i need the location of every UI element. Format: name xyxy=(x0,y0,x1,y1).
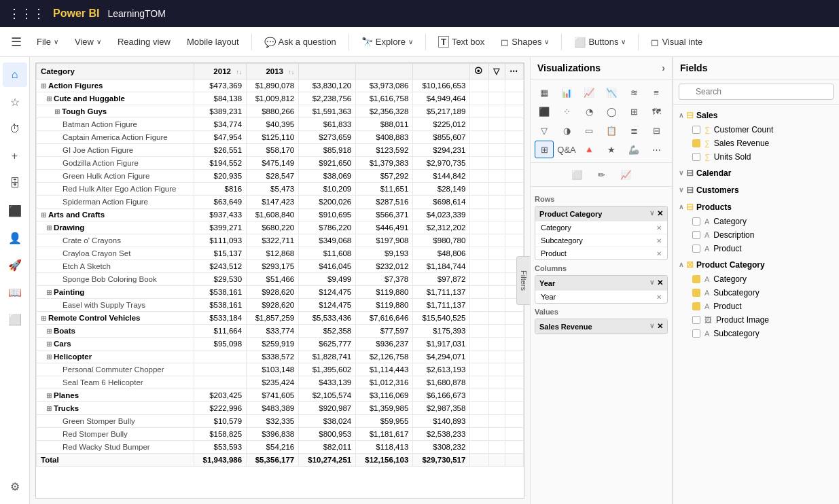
viz-analytics-icon[interactable]: 📈 xyxy=(615,166,637,183)
viz-donut[interactable]: ◯ xyxy=(602,103,621,120)
viz-matrix[interactable]: ⊟ xyxy=(647,122,666,139)
sidebar-book[interactable]: 📖 xyxy=(3,280,27,304)
field-sales-revenue[interactable]: ∑ Sales Revenue xyxy=(673,137,839,150)
field-product-category[interactable]: A Category xyxy=(673,215,839,228)
pc-subcategory2-checkbox[interactable] xyxy=(692,329,700,338)
viz-ribbon-chart[interactable]: ≡ xyxy=(647,84,666,101)
viz-column-chart[interactable]: 📉 xyxy=(602,84,621,101)
col-category[interactable]: Category xyxy=(37,64,194,79)
field-product-description[interactable]: A Description xyxy=(673,228,839,242)
sidebar-layers[interactable]: ⬜ xyxy=(3,307,27,331)
pc-subcategory-checkbox[interactable] xyxy=(692,289,700,297)
category-remove-icon[interactable]: ✕ xyxy=(656,224,662,232)
menu-ask-question[interactable]: 💬 Ask a question xyxy=(257,34,343,50)
field-pc-product-image[interactable]: 🖼 Product Image xyxy=(673,313,839,327)
customer-count-checkbox[interactable] xyxy=(692,126,700,134)
products-description-checkbox[interactable] xyxy=(692,231,700,239)
col-filter-icon[interactable]: ⦿ xyxy=(470,64,488,79)
sidebar-search[interactable]: ☆ xyxy=(3,90,27,114)
viz-map[interactable]: 🗺 xyxy=(647,103,666,120)
columns-chevron-icon[interactable]: ∨ xyxy=(649,278,654,287)
viz-funnel[interactable]: ▽ xyxy=(535,122,554,139)
viz-qna[interactable]: Q&A xyxy=(557,141,576,158)
values-close-icon[interactable]: ✕ xyxy=(657,322,663,331)
viz-custom3[interactable]: 🦾 xyxy=(624,141,643,158)
viz-bar-chart[interactable]: 📊 xyxy=(557,84,576,101)
sales-revenue-checkbox[interactable] xyxy=(692,139,700,147)
menu-file[interactable]: File ∨ xyxy=(30,34,65,50)
sidebar-data[interactable]: 🗄 xyxy=(3,171,27,196)
hamburger-menu[interactable]: ☰ xyxy=(5,32,27,52)
menu-shapes[interactable]: ◻ Shapes ∨ xyxy=(494,34,556,50)
pc-product-image-checkbox[interactable] xyxy=(692,316,700,324)
viz-gauge[interactable]: ◑ xyxy=(557,122,576,139)
year-remove-icon[interactable]: ✕ xyxy=(656,293,662,301)
field-pc-subcategory2[interactable]: A Subcategory xyxy=(673,327,839,340)
menu-visual-inte[interactable]: ◻ Visual inte xyxy=(644,34,709,50)
field-group-sales-header[interactable]: ∧ ⊟ Sales xyxy=(673,107,839,123)
viz-pencil-icon[interactable]: ✏ xyxy=(590,166,612,183)
pc-category-label: Category xyxy=(713,274,834,284)
viz-stacked-bar[interactable]: ▦ xyxy=(535,84,554,101)
menu-explore[interactable]: 🔭 Explore ∨ xyxy=(355,34,420,50)
rows-close-icon[interactable]: ✕ xyxy=(657,209,663,218)
values-chevron-icon[interactable]: ∨ xyxy=(649,322,654,331)
menu-textbox[interactable]: T Text box xyxy=(431,33,491,50)
viz-scatter[interactable]: ⁘ xyxy=(557,103,576,120)
viz-pie[interactable]: ◔ xyxy=(579,103,599,120)
menu-view[interactable]: View ∨ xyxy=(68,34,108,50)
columns-close-icon[interactable]: ✕ xyxy=(657,278,663,287)
viz-rows-icon[interactable]: ⬜ xyxy=(566,166,588,183)
sidebar-plus[interactable]: + xyxy=(3,144,27,168)
field-customer-count[interactable]: ∑ Customer Count xyxy=(673,123,839,137)
col-2015[interactable] xyxy=(356,64,413,79)
field-group-customers-header[interactable]: ∨ ⊟ Customers xyxy=(673,182,839,198)
products-name-checkbox[interactable] xyxy=(692,245,700,253)
col-sort-icon[interactable]: ▽ xyxy=(488,64,505,79)
col-2014[interactable] xyxy=(299,64,356,79)
menu-mobile-layout[interactable]: Mobile layout xyxy=(180,34,246,50)
filter-tab[interactable]: Filters xyxy=(516,256,530,305)
sidebar-home[interactable]: ⌂ xyxy=(3,62,27,87)
field-product-name[interactable]: A Product xyxy=(673,242,839,255)
viz-waterfall[interactable]: ⬛ xyxy=(535,103,554,120)
col-2012[interactable]: 2012 ↑↓ xyxy=(194,64,247,79)
units-sold-checkbox[interactable] xyxy=(692,153,700,161)
field-pc-subcategory[interactable]: A Subcategory xyxy=(673,286,839,300)
viz-kpi[interactable]: 📋 xyxy=(602,122,621,139)
viz-more[interactable]: ⋯ xyxy=(647,141,666,158)
field-pc-category[interactable]: A Category xyxy=(673,272,839,286)
viz-area-chart[interactable]: ≋ xyxy=(624,84,643,101)
viz-expand-arrow[interactable]: › xyxy=(662,62,665,73)
grid-icon[interactable]: ⋮⋮⋮ xyxy=(8,6,45,21)
col-total[interactable] xyxy=(413,64,470,79)
field-group-calendar-header[interactable]: ∨ ⊟ Calendar xyxy=(673,165,839,181)
field-pc-product[interactable]: A Product xyxy=(673,300,839,313)
rows-chevron-icon[interactable]: ∨ xyxy=(649,209,654,218)
pc-product-checkbox[interactable] xyxy=(692,302,700,310)
menu-reading-view[interactable]: Reading view xyxy=(111,34,177,50)
viz-card[interactable]: ▭ xyxy=(579,122,599,139)
sidebar-rocket[interactable]: 🚀 xyxy=(3,253,27,277)
viz-slicer[interactable]: ≣ xyxy=(624,122,643,139)
col-2013[interactable]: 2013 ↑↓ xyxy=(247,64,299,79)
field-group-products-header[interactable]: ∧ ⊟ Products xyxy=(673,199,839,215)
pc-category-checkbox[interactable] xyxy=(692,275,700,283)
menu-buttons[interactable]: ⬜ Buttons ∨ xyxy=(567,34,632,50)
viz-custom2[interactable]: ★ xyxy=(602,141,621,158)
viz-table[interactable]: ⊞ xyxy=(535,141,554,158)
field-group-product-category-header[interactable]: ∧ ⊠ Product Category xyxy=(673,257,839,272)
product-remove-icon[interactable]: ✕ xyxy=(656,250,662,257)
sidebar-people[interactable]: 👤 xyxy=(3,226,27,250)
sidebar-model[interactable]: ⬛ xyxy=(3,198,27,223)
viz-treemap[interactable]: ⊞ xyxy=(624,103,643,120)
search-input[interactable] xyxy=(679,84,834,100)
sidebar-recent[interactable]: ⏱ xyxy=(3,117,27,141)
products-category-checkbox[interactable] xyxy=(692,217,700,226)
viz-line-chart[interactable]: 📈 xyxy=(579,84,599,101)
field-units-sold[interactable]: ∑ Units Sold xyxy=(673,150,839,164)
subcategory-remove-icon[interactable]: ✕ xyxy=(656,237,662,245)
viz-custom1[interactable]: 🔺 xyxy=(579,141,599,158)
col-more-icon[interactable]: ⋯ xyxy=(505,64,523,79)
sidebar-settings[interactable]: ⚙ xyxy=(3,474,27,499)
